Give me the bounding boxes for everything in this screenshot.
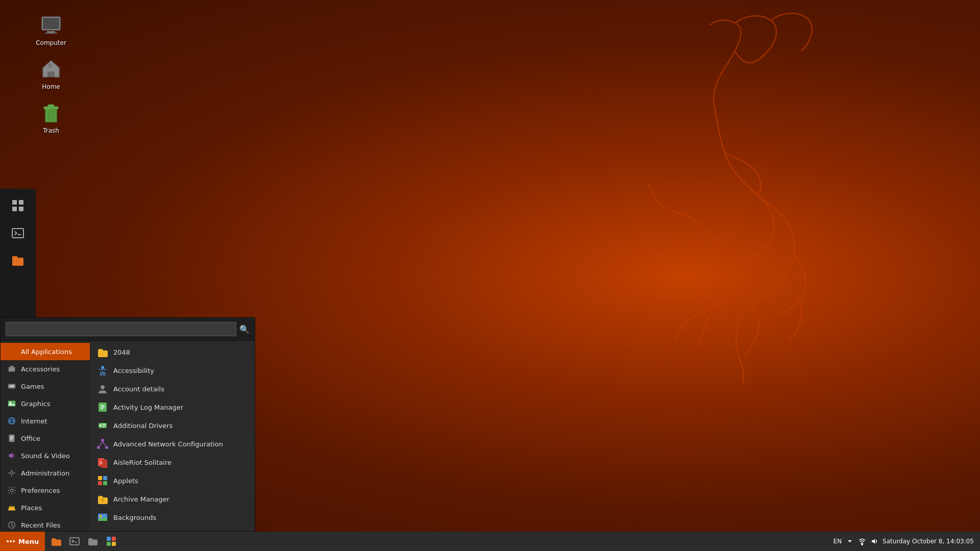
svg-rect-14 [19,207,23,211]
category-sound-video[interactable]: Sound & Video [1,447,90,464]
category-internet[interactable]: Internet [1,412,90,430]
svg-rect-79 [112,542,116,546]
app-label-aisle-riot: AisleRiot Solitaire [113,459,172,466]
antelope-decoration [480,10,837,393]
svg-point-44 [101,366,104,369]
desktop-icon-trash[interactable]: Trash [31,98,71,137]
category-recent-label: Recent Files [21,521,61,529]
category-admin-label: Administration [21,469,69,477]
app-item-account-details[interactable]: Account details [90,380,255,398]
sidebar-icon-terminal[interactable] [6,221,30,245]
preferences-icon [7,485,17,495]
svg-rect-1 [43,18,59,29]
trash-label: Trash [43,127,59,134]
wifi-icon [858,537,866,545]
taskbar-arrow-icon [846,537,854,545]
svg-line-57 [100,442,103,446]
trash-icon [39,101,63,125]
category-office[interactable]: Office [1,430,90,447]
app-item-archive-manager[interactable]: Archive Manager [90,490,255,508]
svg-rect-65 [103,481,107,485]
svg-point-45 [101,385,105,389]
category-prefs-label: Preferences [21,487,60,494]
desktop-icons-area: Computer Home Trash [31,10,71,137]
app-label-applets: Applets [113,477,138,485]
taskbar-menu-label: Menu [18,538,39,545]
taskbar-app-btn-app4[interactable] [103,534,119,549]
app-icon-activity-log [97,402,108,413]
app-icon-backgrounds [97,512,108,523]
svg-point-80 [862,544,863,545]
svg-rect-3 [45,33,57,34]
computer-icon [39,13,63,37]
computer-label: Computer [36,39,66,46]
category-recent-files[interactable]: Recent Files [1,516,90,531]
svg-rect-74 [70,538,79,545]
desktop-icon-home[interactable]: Home [31,54,71,93]
app-label-backgrounds: Backgrounds [113,514,156,521]
taskbar-folder-orange-icon [51,536,62,547]
places-icon [7,503,17,513]
svg-rect-4 [48,72,54,77]
category-places[interactable]: Places [1,499,90,516]
svg-rect-23 [13,347,16,350]
svg-rect-13 [12,207,17,211]
svg-rect-12 [19,200,23,205]
app-label-2048: 2048 [113,348,130,356]
svg-point-56 [105,446,108,449]
taskbar-apps-area [45,532,122,551]
volume-icon [870,537,878,545]
category-accessories[interactable]: Accessories [1,360,90,378]
svg-point-54 [101,439,104,442]
internet-icon [7,416,17,426]
games-icon [7,381,17,391]
search-icon[interactable]: 🔍 [239,324,250,334]
app-item-activity-log[interactable]: Activity Log Manager [90,398,255,416]
app-icon-advanced-network [97,438,108,449]
home-icon [39,57,63,81]
category-preferences[interactable]: Preferences [1,482,90,499]
taskbar-app-btn-terminal[interactable] [66,534,83,549]
svg-rect-15 [12,229,23,238]
svg-rect-32 [8,401,15,407]
sidebar-icon-apps[interactable] [6,194,30,217]
taskbar-menu-button[interactable]: Menu [0,532,45,551]
sound-video-icon [7,450,17,461]
sidebar-icon-files[interactable] [6,249,30,272]
home-label: Home [42,83,60,90]
category-graphics[interactable]: Graphics [1,395,90,412]
app-label-activity-log: Activity Log Manager [113,404,183,411]
app-label-advanced-network: Advanced Network Configuration [113,440,223,448]
category-games[interactable]: Games [1,378,90,395]
taskbar: Menu EN Saturday October 8, 14:03:05 [0,532,980,551]
app-label-account-details: Account details [113,385,164,393]
svg-rect-62 [98,476,102,480]
app-item-backgrounds[interactable]: Backgrounds [90,508,255,527]
app-menu-apps-list: 2048 Accessibility Account details Activ… [90,341,255,531]
app-item-applets[interactable]: Applets [90,471,255,490]
app-item-additional-drivers[interactable]: Additional Drivers [90,416,255,435]
app-item-aisle-riot[interactable]: A AisleRiot Solitaire [90,453,255,471]
svg-line-58 [103,442,106,446]
app-icon-additional-drivers [97,420,108,431]
app-icon-account-details [97,383,108,394]
svg-point-73 [13,540,15,542]
taskbar-app-btn-files[interactable] [85,534,101,549]
taskbar-lang[interactable]: EN [834,538,842,545]
category-games-label: Games [21,383,44,390]
taskbar-app-btn-folder-orange[interactable] [48,534,64,549]
desktop-icon-computer[interactable]: Computer [31,10,71,49]
app-menu-search-input[interactable] [6,322,236,336]
app-item-2048[interactable]: 2048 [90,343,255,361]
menu-icon [6,537,15,546]
category-graphics-label: Graphics [21,400,50,408]
app-item-backups[interactable]: Backups [90,527,255,531]
svg-rect-25 [13,353,16,356]
category-administration[interactable]: Administration [1,464,90,482]
administration-icon [7,468,17,478]
svg-point-31 [12,386,13,387]
app-item-accessibility[interactable]: Accessibility [90,361,255,380]
svg-rect-78 [107,542,111,546]
category-all-applications[interactable]: All Applications [1,343,90,360]
app-item-advanced-network[interactable]: Advanced Network Configuration [90,435,255,453]
